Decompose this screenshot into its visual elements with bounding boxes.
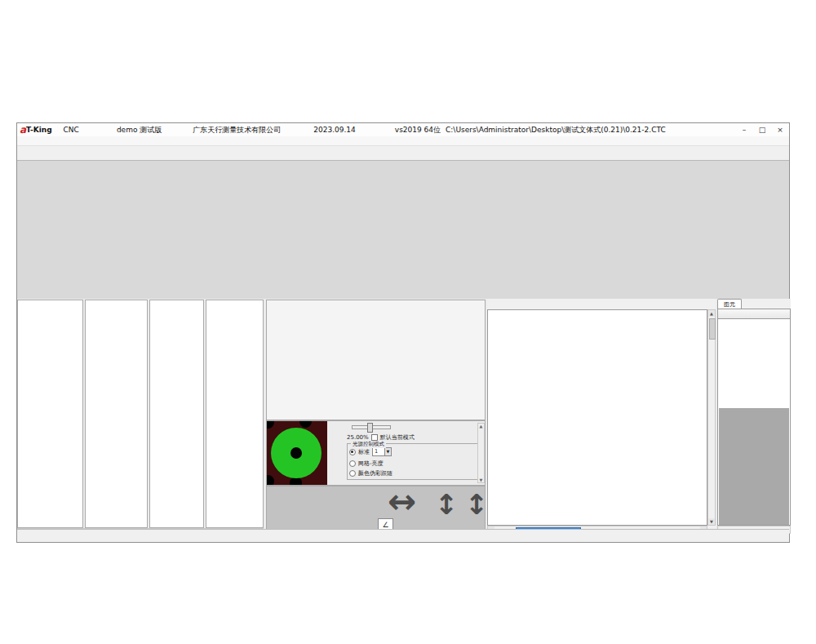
- measure-list-column-3: [149, 300, 204, 528]
- zoom-value: 25.00%: [347, 434, 369, 441]
- app-logo-icon: a: [20, 124, 26, 135]
- dro-readout: ∠ ↔ ↕ ↕: [266, 486, 486, 533]
- jog-z-arrow-icon[interactable]: ↕: [465, 488, 486, 521]
- light-mode-group-title: 光源控制模式: [351, 441, 386, 448]
- close-button[interactable]: ×: [771, 126, 789, 134]
- scroll-up-icon[interactable]: ▲: [708, 310, 715, 317]
- measurement-grid: [487, 309, 707, 526]
- light-mode-buttons: [327, 421, 344, 485]
- table-vertical-scrollbar[interactable]: ▲ ▼: [707, 309, 716, 526]
- ring-light-preview[interactable]: [267, 421, 327, 485]
- measure-toolbox: [266, 300, 486, 420]
- grid-mode-radio[interactable]: [349, 460, 356, 467]
- zoom-slider-thumb[interactable]: [367, 423, 373, 433]
- jog-vertical-arrow-icon[interactable]: ↕: [435, 488, 459, 521]
- options-scrollbar[interactable]: ▲▼: [477, 423, 485, 483]
- element-panel: 图元: [717, 299, 791, 534]
- desktop: a T-King CNC demo 测试版 广东天行测量技术有限公司 2023.…: [0, 0, 816, 644]
- grid-mode-label: 网格-亮度: [358, 460, 384, 468]
- title-build: vs2019 64位: [395, 125, 441, 135]
- measure-list-column-1: [17, 300, 83, 528]
- maximize-button[interactable]: □: [753, 126, 771, 134]
- ring-light-icon: [271, 428, 322, 478]
- title-path: C:\Users\Administrator\Desktop\测试文体式(0.2…: [446, 125, 666, 135]
- ring-corner-dot: [267, 475, 274, 485]
- standard-radio-label: 标准: [358, 448, 370, 456]
- light-mode-group: 光源控制模式 标准 1 ▼ 网格-亮度: [347, 443, 483, 480]
- chevron-down-icon[interactable]: ▼: [384, 448, 391, 455]
- jog-horizontal-arrow-icon[interactable]: ↔: [388, 486, 416, 522]
- standard-radio[interactable]: [349, 449, 356, 455]
- status-bar: [17, 529, 789, 542]
- color-mode-radio[interactable]: [349, 470, 356, 477]
- measure-list-column-4: [206, 300, 264, 528]
- color-mode-label: 颜色伪彩跟随: [358, 469, 392, 477]
- scroll-down-icon[interactable]: ▼: [708, 518, 715, 525]
- ring-corner-dot: [299, 421, 312, 428]
- light-control-panel: 25.00% 默认当前模式 光源控制模式 标准 1 ▼: [266, 420, 486, 486]
- camera-views: [17, 161, 789, 299]
- channel-combo-value: 1: [373, 448, 384, 455]
- toolbar: [17, 146, 789, 161]
- measurement-table-panel: ▲ ▼ ◄ ►: [487, 299, 716, 534]
- lower-section: 25.00% 默认当前模式 光源控制模式 标准 1 ▼: [17, 299, 789, 534]
- zoom-slider[interactable]: [352, 425, 391, 429]
- title-app: T-King: [26, 126, 51, 134]
- default-mode-checkbox[interactable]: [371, 434, 378, 441]
- minimize-button[interactable]: –: [735, 126, 753, 134]
- measure-list-column-2: [85, 300, 148, 528]
- element-table-disabled-area: [719, 408, 789, 526]
- table-tabs: [487, 299, 716, 309]
- title-mode: CNC: [64, 126, 79, 134]
- element-table: [717, 309, 791, 526]
- light-options: 25.00% 默认当前模式 光源控制模式 标准 1 ▼: [344, 421, 485, 485]
- title-date: 2023.09.14: [313, 126, 356, 134]
- vscroll-thumb[interactable]: [709, 318, 716, 340]
- menu-bar: [17, 136, 789, 146]
- channel-combo[interactable]: 1 ▼: [372, 447, 392, 456]
- app-window: a T-King CNC demo 测试版 广东天行测量技术有限公司 2023.…: [16, 122, 790, 543]
- ring-corner-dot: [267, 421, 274, 429]
- title-user: demo 测试版: [117, 125, 162, 135]
- title-bar: a T-King CNC demo 测试版 广东天行测量技术有限公司 2023.…: [17, 123, 789, 136]
- title-company: 广东天行测量技术有限公司: [193, 125, 281, 135]
